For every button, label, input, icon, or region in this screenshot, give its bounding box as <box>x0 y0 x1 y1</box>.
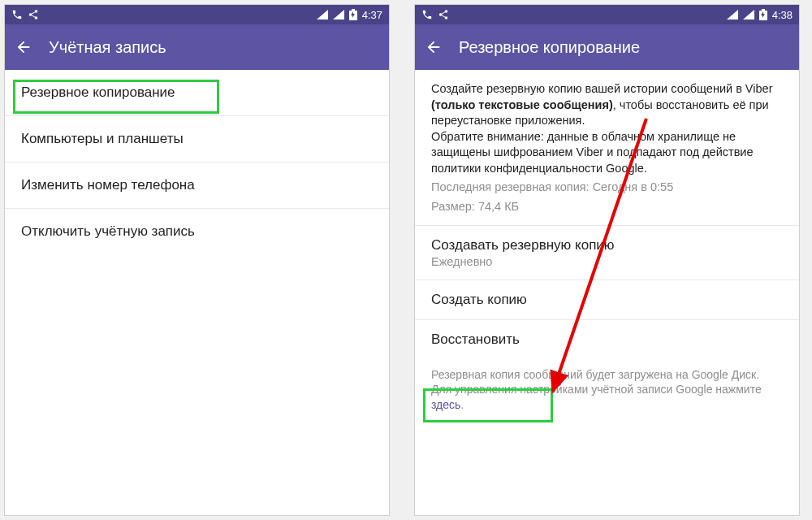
section-label: Создавать резервную копию <box>431 237 783 254</box>
status-bar: 4:38 <box>415 5 799 24</box>
create-backup-schedule[interactable]: Создавать резервную копию Ежедневно <box>415 225 799 280</box>
item-change-number[interactable]: Изменить номер телефона <box>5 162 389 209</box>
backup-size: Размер: 74,4 КБ <box>431 199 783 215</box>
signal-icon <box>333 10 344 20</box>
header: Резервное копирование <box>415 24 799 70</box>
signal-icon <box>727 10 738 20</box>
phone-left: 4:37 Учётная запись Резервное копировани… <box>4 4 390 516</box>
item-label: Изменить номер телефона <box>21 177 195 193</box>
section-label: Создать копию <box>431 292 527 307</box>
content: Резервное копирование Компьютеры и планш… <box>5 70 389 515</box>
share-icon <box>438 9 449 20</box>
status-bar: 4:37 <box>5 5 389 24</box>
page-title: Учётная запись <box>49 38 166 57</box>
back-icon[interactable] <box>425 38 443 56</box>
footer-link[interactable]: здесь <box>431 398 460 411</box>
phone-right: 4:38 Резервное копирование Создайте резе… <box>414 4 800 516</box>
status-time: 4:38 <box>772 9 793 21</box>
section-label: Восстановить <box>431 332 520 347</box>
item-label: Резервное копирование <box>21 84 175 100</box>
item-label: Отключить учётную запись <box>21 223 195 239</box>
info-text-bold: (только текстовые сообщения) <box>431 98 613 111</box>
signal-icon <box>743 10 754 20</box>
restore[interactable]: Восстановить <box>415 319 799 359</box>
battery-icon <box>759 9 767 20</box>
footer-prefix: Резервная копия сообщений будет загружен… <box>431 368 762 396</box>
section-value: Ежедневно <box>431 255 783 268</box>
last-backup: Последняя резервная копия: Сегодня в 0:5… <box>431 180 783 196</box>
share-icon <box>28 9 39 20</box>
item-backup[interactable]: Резервное копирование <box>5 70 389 116</box>
create-copy[interactable]: Создать копию <box>415 280 799 319</box>
status-time: 4:37 <box>362 9 382 21</box>
item-deactivate[interactable]: Отключить учётную запись <box>5 209 389 254</box>
phone-icon <box>11 9 23 20</box>
backup-info: Создайте резервную копию вашей истории с… <box>415 70 799 225</box>
battery-icon <box>349 9 357 20</box>
info-text-prefix: Создайте резервную копию вашей истории с… <box>431 82 772 95</box>
header: Учётная запись <box>5 24 389 70</box>
item-label: Компьютеры и планшеты <box>21 131 184 146</box>
content: Создайте резервную копию вашей истории с… <box>415 70 799 515</box>
back-icon[interactable] <box>15 38 32 56</box>
footer-suffix: . <box>460 398 464 411</box>
footer-note: Резервная копия сообщений будет загружен… <box>415 359 799 425</box>
page-title: Резервное копирование <box>459 38 640 57</box>
phone-icon <box>421 9 433 20</box>
item-computers[interactable]: Компьютеры и планшеты <box>5 116 389 162</box>
info-note: Обратите внимание: данные в облачном хра… <box>431 130 754 175</box>
signal-icon <box>317 10 328 20</box>
